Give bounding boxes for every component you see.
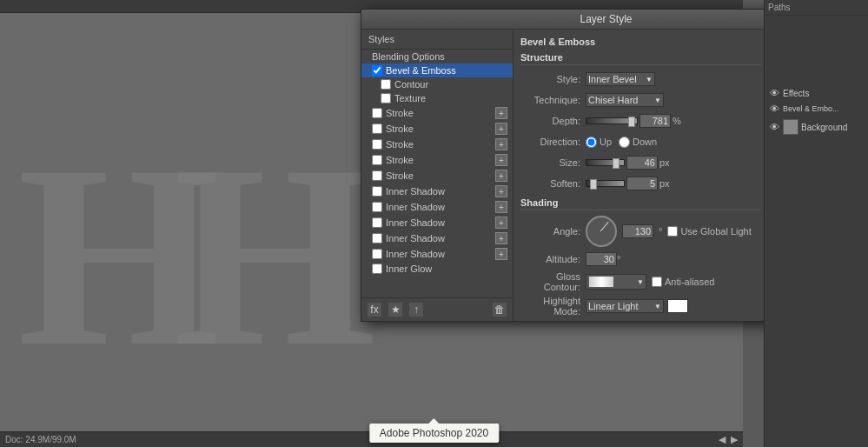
depth-slider-thumb[interactable] xyxy=(628,117,635,127)
stroke-2-add-btn[interactable]: + xyxy=(495,123,507,135)
style-item-inner-shadow-3[interactable]: Inner Shadow + xyxy=(361,215,513,230)
direction-up-radio[interactable] xyxy=(586,137,597,148)
inner-shadow-1-add-btn[interactable]: + xyxy=(495,185,507,197)
texture-checkbox[interactable] xyxy=(381,93,391,103)
size-slider-thumb[interactable] xyxy=(613,158,620,169)
effects-layer-item[interactable]: 👁 Effects xyxy=(765,85,868,101)
svg-text:H: H xyxy=(174,111,376,400)
direction-down-label[interactable]: Down xyxy=(619,137,657,148)
stroke-2-checkbox[interactable] xyxy=(372,123,382,134)
up-btn[interactable]: ↑ xyxy=(408,302,424,317)
inner-glow-checkbox[interactable] xyxy=(372,264,382,274)
size-slider[interactable] xyxy=(586,159,625,166)
size-input[interactable] xyxy=(626,156,658,170)
depth-row: Depth: % xyxy=(520,112,761,130)
stroke-5-checkbox[interactable] xyxy=(372,170,382,181)
inner-shadow-4-checkbox[interactable] xyxy=(372,233,382,244)
inner-shadow-1-checkbox[interactable] xyxy=(372,186,382,197)
effects-eye-icon[interactable]: 👁 xyxy=(768,88,780,98)
inner-shadow-5-checkbox[interactable] xyxy=(372,249,382,259)
direction-row: Direction: Up Down xyxy=(520,133,761,150)
bevel-emboss-eye-icon[interactable]: 👁 xyxy=(768,103,780,114)
style-item-inner-glow[interactable]: Inner Glow xyxy=(361,262,513,276)
styles-header: Styles xyxy=(361,30,513,50)
nav-arrow-left[interactable]: ◀ xyxy=(719,434,726,445)
nav-arrow-right[interactable]: ▶ xyxy=(731,434,738,445)
inner-shadow-2-checkbox[interactable] xyxy=(372,202,382,212)
stroke-1-add-btn[interactable]: + xyxy=(495,107,507,119)
direction-down-radio[interactable] xyxy=(619,137,630,148)
style-item-stroke-3[interactable]: Stroke + xyxy=(361,137,513,152)
styles-panel: Styles Blending Options Bevel & Emboss C… xyxy=(361,30,514,321)
depth-input[interactable] xyxy=(639,114,671,128)
stroke-1-checkbox[interactable] xyxy=(372,108,382,118)
technique-dropdown-arrow: ▼ xyxy=(654,97,661,104)
anti-aliased-label[interactable]: Anti-aliased xyxy=(652,277,714,287)
direction-label: Direction: xyxy=(520,137,586,147)
inner-shadow-2-add-btn[interactable]: + xyxy=(495,201,507,213)
depth-unit: % xyxy=(673,116,681,126)
inner-shadow-5-add-btn[interactable]: + xyxy=(495,248,507,260)
background-layer-item[interactable]: 👁 Background xyxy=(765,117,868,137)
trash-btn[interactable]: 🗑 xyxy=(492,302,507,317)
style-item-inner-shadow-5[interactable]: Inner Shadow + xyxy=(361,246,513,262)
style-item-contour[interactable]: Contour xyxy=(361,77,513,91)
altitude-label: Altitude: xyxy=(520,254,586,264)
style-item-stroke-5[interactable]: Stroke + xyxy=(361,168,513,183)
angle-input[interactable] xyxy=(622,224,653,238)
stroke-3-add-btn[interactable]: + xyxy=(495,138,507,150)
styles-bottom: fx ★ ↑ 🗑 xyxy=(361,297,513,321)
gloss-contour-row: Gloss Contour: ▼ Anti-aliased xyxy=(520,271,761,292)
use-global-light-label[interactable]: Use Global Light xyxy=(667,226,751,237)
style-item-blending[interactable]: Blending Options xyxy=(361,50,513,63)
contour-checkbox[interactable] xyxy=(381,79,391,90)
stroke-4-add-btn[interactable]: + xyxy=(495,154,507,166)
size-unit: px xyxy=(659,157,670,168)
soften-slider[interactable] xyxy=(586,180,625,187)
technique-label: Technique: xyxy=(520,95,586,105)
bevel-emboss-layer-item[interactable]: 👁 Bevel & Embo... xyxy=(765,101,868,117)
style-item-inner-shadow-2[interactable]: Inner Shadow + xyxy=(361,199,513,215)
direction-up-label[interactable]: Up xyxy=(586,137,612,148)
altitude-input[interactable] xyxy=(586,252,617,266)
style-dropdown[interactable]: Inner Bevel ▼ xyxy=(586,72,655,86)
style-row: Style: Inner Bevel ▼ xyxy=(520,70,761,88)
paths-tab[interactable]: Paths xyxy=(765,0,868,16)
highlight-color-swatch[interactable] xyxy=(667,299,688,313)
background-layer-thumb xyxy=(783,119,798,135)
anti-aliased-checkbox[interactable] xyxy=(652,277,662,287)
stroke-4-checkbox[interactable] xyxy=(372,155,382,165)
angle-wheel[interactable] xyxy=(586,216,617,247)
technique-dropdown[interactable]: Chisel Hard ▼ xyxy=(586,93,664,107)
star-btn[interactable]: ★ xyxy=(388,302,403,317)
inner-shadow-3-checkbox[interactable] xyxy=(372,217,382,228)
background-eye-icon[interactable]: 👁 xyxy=(768,122,780,132)
technique-row: Technique: Chisel Hard ▼ xyxy=(520,91,761,109)
bevel-emboss-checkbox[interactable] xyxy=(372,65,382,76)
style-item-stroke-2[interactable]: Stroke + xyxy=(361,121,513,137)
gloss-contour-label: Gloss Contour: xyxy=(520,271,586,292)
stroke-5-add-btn[interactable]: + xyxy=(495,170,507,182)
style-item-bevel-emboss[interactable]: Bevel & Emboss xyxy=(361,63,513,77)
angle-label: Angle: xyxy=(520,226,586,237)
gloss-contour-dropdown[interactable]: ▼ xyxy=(586,274,646,290)
use-global-light-checkbox[interactable] xyxy=(667,226,678,237)
style-item-texture[interactable]: Texture xyxy=(361,91,513,105)
style-item-stroke-1[interactable]: Stroke + xyxy=(361,105,513,121)
style-item-inner-shadow-1[interactable]: Inner Shadow + xyxy=(361,183,513,199)
style-item-inner-shadow-4[interactable]: Inner Shadow + xyxy=(361,230,513,246)
soften-input[interactable] xyxy=(626,177,658,190)
highlight-mode-label: Highlight Mode: xyxy=(520,296,586,317)
style-item-stroke-4[interactable]: Stroke + xyxy=(361,152,513,168)
highlight-mode-dropdown[interactable]: Linear Light ▼ xyxy=(586,299,664,313)
soften-slider-thumb[interactable] xyxy=(590,179,597,190)
size-row: Size: px xyxy=(520,154,761,171)
fx-btn[interactable]: fx xyxy=(367,302,382,317)
stroke-3-checkbox[interactable] xyxy=(372,139,382,150)
inner-shadow-3-add-btn[interactable]: + xyxy=(495,217,507,229)
styles-list: Blending Options Bevel & Emboss Contour … xyxy=(361,50,513,297)
depth-slider[interactable] xyxy=(586,117,638,124)
style-dropdown-arrow: ▼ xyxy=(646,76,653,83)
gloss-contour-preview xyxy=(588,276,614,288)
inner-shadow-4-add-btn[interactable]: + xyxy=(495,232,507,244)
